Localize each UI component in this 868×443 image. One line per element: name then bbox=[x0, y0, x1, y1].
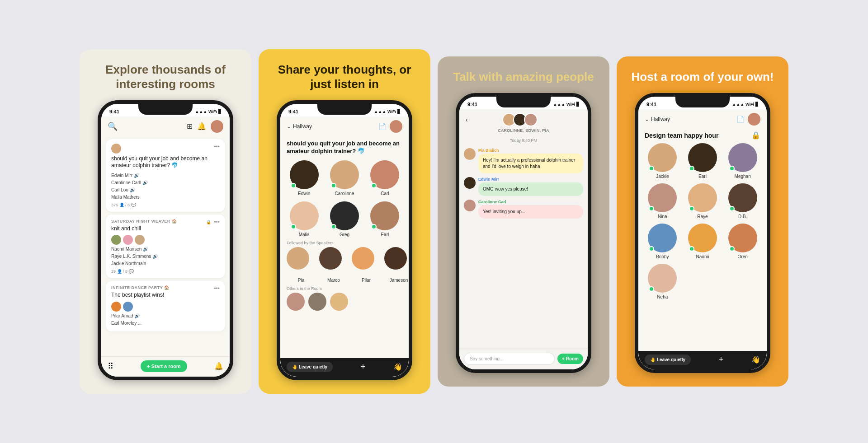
speaker-avatar-wrap-greg bbox=[330, 201, 359, 230]
room-3-dots[interactable]: ••• bbox=[214, 285, 220, 292]
chat-input[interactable]: Say something... bbox=[464, 353, 555, 365]
bell-outline-icon[interactable]: 🔔 bbox=[214, 362, 223, 370]
participant-name-nina: Nina bbox=[658, 214, 667, 219]
chat-bubble-1: Hey! I'm actually a professional dolphin… bbox=[478, 154, 583, 173]
participant-name-naomi: Naomi bbox=[696, 254, 709, 259]
followed-avatar-wrap-pia bbox=[287, 247, 316, 276]
room-2-name-1: Naomi Mansen 🔊 bbox=[111, 246, 220, 253]
followed-avatar-marco bbox=[319, 247, 342, 270]
lock-icon-s4: 🔒 bbox=[751, 131, 760, 140]
s3-bottom-bar: Say something... + Room bbox=[459, 349, 588, 369]
room-2-avatar-3 bbox=[135, 235, 145, 245]
room-2-name-2: Raye L.K. Simmons 🔊 bbox=[111, 253, 220, 260]
room-3-name-2: Earl Moreley ... bbox=[111, 320, 220, 327]
room-1-header: ••• bbox=[111, 144, 220, 155]
participant-name-jackie: Jackie bbox=[656, 174, 669, 179]
avatar-s1[interactable] bbox=[211, 120, 223, 133]
panel-talk: Talk with amazing people 9:41 ▲▲▲ WiFi ▊… bbox=[438, 56, 609, 387]
participant-oren: Oren bbox=[725, 224, 760, 259]
participant-dot-nina bbox=[649, 206, 654, 211]
speaker-avatar-wrap-carl bbox=[370, 160, 399, 189]
speaker-name-edwin: Edwin bbox=[298, 191, 310, 196]
s4-header: ⌄ Hallway 📄 bbox=[638, 109, 767, 129]
p-avatar-3 bbox=[524, 113, 538, 126]
phone-3: 9:41 ▲▲▲ WiFi ▊ ‹ CAROLINNE, E bbox=[456, 93, 591, 373]
avatar-s2[interactable] bbox=[390, 120, 402, 133]
participant-avatar-wrap-jackie bbox=[648, 143, 677, 172]
chevron-down-icon-4: ⌄ bbox=[645, 116, 649, 122]
chat-bubble-3: Yes! inviting you up... bbox=[478, 205, 583, 219]
s1-header-icons: ⊞ 🔔 bbox=[187, 120, 223, 133]
room-card-1[interactable]: ••• should you quit your job and become … bbox=[106, 139, 225, 212]
wifi-icon-4: WiFi bbox=[745, 102, 754, 107]
start-room-button[interactable]: + Start a room bbox=[141, 360, 187, 372]
speaker-avatar-wrap-edwin bbox=[290, 160, 319, 189]
participant-name-earl: Earl bbox=[698, 174, 707, 179]
participant-dot-db bbox=[729, 206, 735, 211]
speaker-dot-earl bbox=[371, 224, 377, 229]
room-1-avatars bbox=[111, 144, 121, 154]
status-icons-1: ▲▲▲ WiFi ▊ bbox=[195, 109, 222, 114]
s4-bottom-bar: 🤚 Leave quietly + 👋 bbox=[638, 351, 767, 369]
panel-4-title: Host a room of your own! bbox=[632, 70, 774, 84]
chat-date: Today 9:40 PM bbox=[459, 135, 588, 146]
s3-participant-avatars bbox=[502, 113, 538, 126]
add-icon[interactable]: + bbox=[361, 362, 366, 372]
leave-quietly-button-4[interactable]: 🤚 Leave quietly bbox=[645, 354, 691, 365]
wave-icon-4[interactable]: 👋 bbox=[751, 355, 760, 364]
participant-dot-earl bbox=[689, 166, 694, 171]
phone-notch-1 bbox=[138, 104, 193, 115]
speaker-greg: Greg bbox=[327, 201, 362, 237]
lock-icon: 🔒 bbox=[206, 220, 211, 224]
followed-name-jameson: Jameson bbox=[390, 278, 408, 283]
room-1-dots[interactable]: ••• bbox=[214, 144, 220, 150]
room-card-2[interactable]: SATURDAY NIGHT WEAVER 🏠 🔒 ••• knit and c… bbox=[106, 215, 225, 279]
add-icon-4[interactable]: + bbox=[719, 355, 724, 364]
room-2-name-3: Jackie Northmain bbox=[111, 260, 220, 267]
doc-icon-4[interactable]: 📄 bbox=[736, 116, 744, 123]
room-1-title: should you quit your job and become an a… bbox=[111, 155, 220, 169]
followed-avatar-jameson bbox=[384, 247, 407, 270]
followed-pia: Pia bbox=[287, 247, 316, 283]
room-1-meta: 376 👤 / 6 💬 bbox=[111, 203, 220, 207]
speaker-carl: Carl bbox=[368, 160, 402, 196]
participant-name-db: D.B. bbox=[738, 214, 747, 219]
participant-avatar-wrap-earl bbox=[688, 143, 717, 172]
grid-dots-icon[interactable]: ⠿ bbox=[108, 361, 113, 371]
battery-icon-3: ▊ bbox=[576, 102, 580, 107]
followed-label: Followed by the Speakers bbox=[280, 237, 409, 247]
s2-header: ⌄ Hallway 📄 bbox=[280, 117, 409, 136]
screen-2: ⌄ Hallway 📄 should you quit your job and… bbox=[280, 117, 409, 377]
avatar-s4[interactable] bbox=[748, 113, 760, 126]
followed-marco: Marco bbox=[319, 247, 348, 283]
doc-icon[interactable]: 📄 bbox=[378, 123, 386, 130]
speakers-grid: Edwin Carolinne bbox=[280, 160, 409, 237]
room-button[interactable]: + Room bbox=[557, 354, 583, 364]
participant-avatar-wrap-bobby bbox=[648, 224, 677, 252]
status-time-4: 9:41 bbox=[646, 102, 656, 107]
room-card-3[interactable]: INFINITE DANCE PARTY 🏠 ••• The best play… bbox=[106, 281, 225, 331]
room-3-header: INFINITE DANCE PARTY 🏠 ••• bbox=[111, 285, 220, 292]
followed-name-pilar: Pilar bbox=[362, 278, 371, 283]
room-1-name-1: Edwin Mirr 🔊 bbox=[111, 172, 220, 179]
leave-quietly-button[interactable]: 🤚 Leave quietly bbox=[287, 362, 333, 372]
room-3-name-1: Pilar Amad 🔊 bbox=[111, 312, 220, 320]
followed-avatar-pia bbox=[287, 247, 309, 270]
search-icon[interactable]: 🔍 bbox=[108, 121, 118, 131]
room-2-dots[interactable]: ••• bbox=[214, 219, 220, 225]
wifi-icon-2: WiFi bbox=[387, 109, 396, 114]
room-1-name-3: Carl Loo 🔊 bbox=[111, 187, 220, 194]
participant-dot-naomi bbox=[689, 246, 694, 252]
grid-icon[interactable]: ⊞ bbox=[187, 122, 193, 131]
participant-dot-raye bbox=[689, 206, 694, 211]
phone-notch-2 bbox=[317, 104, 372, 115]
status-time-2: 9:41 bbox=[288, 109, 298, 114]
room-2-title: knit and chill bbox=[111, 225, 220, 233]
back-icon[interactable]: ‹ bbox=[466, 116, 468, 123]
s4-header-right: 📄 bbox=[736, 113, 760, 126]
wave-icon[interactable]: 👋 bbox=[393, 363, 402, 371]
room-1-name-4: Malia Mathers bbox=[111, 194, 220, 201]
bell-icon[interactable]: 🔔 bbox=[197, 122, 206, 131]
room-3-avatar-2 bbox=[123, 302, 133, 312]
followed-avatar-pilar bbox=[352, 247, 374, 270]
